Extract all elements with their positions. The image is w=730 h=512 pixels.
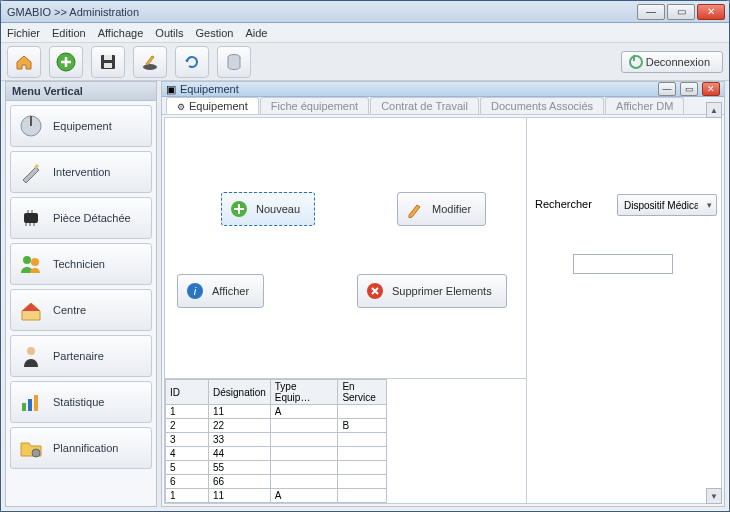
supprimer-button[interactable]: Supprimer Elements [357,274,507,308]
table-cell[interactable]: A [270,405,338,419]
menu-aide[interactable]: Aide [245,27,267,39]
inner-minimize-button[interactable]: — [658,82,676,96]
table-cell[interactable]: B [338,419,387,433]
table-cell[interactable]: 1 [166,489,209,503]
table-cell[interactable]: 66 [209,475,271,489]
tab-equipement[interactable]: ⚙Equipement [166,97,259,114]
menu-edition[interactable]: Edition [52,27,86,39]
col-id[interactable]: ID [166,380,209,405]
table-cell[interactable]: 55 [209,461,271,475]
toolbar-save-button[interactable] [91,46,125,78]
svg-rect-14 [34,395,38,411]
menu-gestion[interactable]: Gestion [195,27,233,39]
sidebar-item-intervention[interactable]: Intervention [10,151,152,193]
sidebar-item-equipement[interactable]: Equipement [10,105,152,147]
table-row[interactable]: 666 [166,475,387,489]
edit-icon [140,52,160,72]
table-cell[interactable]: 1 [166,405,209,419]
refresh-icon [182,52,202,72]
table-cell[interactable]: 11 [209,489,271,503]
col-enservice[interactable]: En Service [338,380,387,405]
table-cell[interactable]: 5 [166,461,209,475]
nouveau-button[interactable]: Nouveau [221,192,315,226]
sidebar-item-plannification[interactable]: Plannification [10,427,152,469]
table-cell[interactable] [338,433,387,447]
search-type-combo[interactable]: Dispositif Médical [617,194,717,216]
table-cell[interactable]: 6 [166,475,209,489]
home-icon [14,52,34,72]
tab-afficher-dm[interactable]: Afficher DM [605,97,684,114]
search-input[interactable] [573,254,673,274]
table-cell[interactable]: 33 [209,433,271,447]
sidebar-item-centre[interactable]: Centre [10,289,152,331]
table-cell[interactable] [270,447,338,461]
table-cell[interactable]: 44 [209,447,271,461]
toolbar-database-button[interactable] [217,46,251,78]
tab-documents[interactable]: Documents Associés [480,97,604,114]
combo-value: Dispositif Médical [624,200,698,211]
table-cell[interactable]: 4 [166,447,209,461]
toolbar-refresh-button[interactable] [175,46,209,78]
sidebar-item-piece[interactable]: Pièce Détachée [10,197,152,239]
table-cell[interactable] [338,489,387,503]
menu-fichier[interactable]: Fichier [7,27,40,39]
menu-outils[interactable]: Outils [155,27,183,39]
sidebar-item-statistique[interactable]: Statistique [10,381,152,423]
table-cell[interactable]: A [270,489,338,503]
svg-rect-12 [22,403,26,411]
search-label: Rechercher [535,198,592,210]
svg-point-9 [23,256,31,264]
toolbar-add-button[interactable] [49,46,83,78]
action-button-area: Nouveau Modifier i Afficher Supprime [165,118,526,378]
people-icon [17,250,45,278]
menu-affichage[interactable]: Affichage [98,27,144,39]
chart-icon [17,388,45,416]
scroll-up-button[interactable]: ▲ [706,102,722,118]
nouveau-label: Nouveau [256,203,300,215]
inner-titlebar[interactable]: ▣ Equipement — ▭ ✕ [162,82,724,97]
table-row[interactable]: 222B [166,419,387,433]
table-row[interactable]: 333 [166,433,387,447]
table-cell[interactable] [270,433,338,447]
table-cell[interactable]: 11 [209,405,271,419]
table-row[interactable]: 111A [166,489,387,503]
pencil-icon [406,200,424,218]
logout-button[interactable]: Deconnexion [621,51,723,73]
table-cell[interactable]: 2 [166,419,209,433]
table-row[interactable]: 111A [166,405,387,419]
folder-gear-icon [17,434,45,462]
table-row[interactable]: 444 [166,447,387,461]
afficher-label: Afficher [212,285,249,297]
table-cell[interactable] [338,405,387,419]
table-cell[interactable] [270,475,338,489]
afficher-button[interactable]: i Afficher [177,274,264,308]
table-cell[interactable] [270,419,338,433]
table-cell[interactable] [338,461,387,475]
toolbar-home-button[interactable] [7,46,41,78]
sidebar-item-partenaire[interactable]: Partenaire [10,335,152,377]
col-type[interactable]: Type Equip… [270,380,338,405]
inner-close-button[interactable]: ✕ [702,82,720,96]
window-title: GMABIO >> Administration [5,6,637,18]
table-row[interactable]: 555 [166,461,387,475]
col-designation[interactable]: Désignation [209,380,271,405]
titlebar[interactable]: GMABIO >> Administration — ▭ ✕ [1,1,729,23]
toolbar-edit-button[interactable] [133,46,167,78]
tab-fiche[interactable]: Fiche équipement [260,97,369,114]
sidebar-item-technicien[interactable]: Technicien [10,243,152,285]
maximize-button[interactable]: ▭ [667,4,695,20]
table-cell[interactable]: 3 [166,433,209,447]
table-cell[interactable] [270,461,338,475]
table-cell[interactable] [338,475,387,489]
inner-maximize-button[interactable]: ▭ [680,82,698,96]
delete-icon [366,282,384,300]
tab-contrat[interactable]: Contrat de Travail [370,97,479,114]
table-cell[interactable] [338,447,387,461]
sidebar-item-label: Partenaire [53,350,104,362]
close-button[interactable]: ✕ [697,4,725,20]
table-cell[interactable]: 22 [209,419,271,433]
scroll-down-button[interactable]: ▼ [706,488,722,504]
svg-rect-3 [104,63,112,68]
minimize-button[interactable]: — [637,4,665,20]
modifier-button[interactable]: Modifier [397,192,486,226]
